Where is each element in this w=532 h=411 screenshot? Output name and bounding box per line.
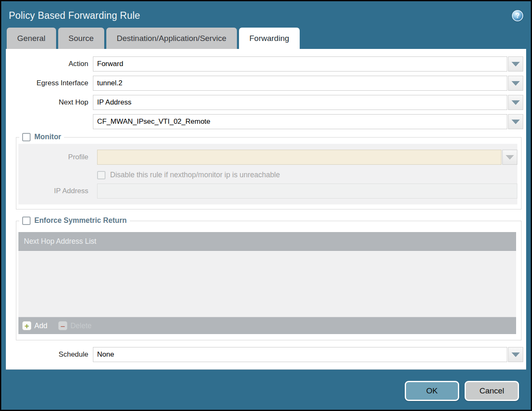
next-hop-address-row — [6, 114, 526, 129]
symmetric-return-fieldset: Enforce Symmetric Return Next Hop Addres… — [16, 221, 522, 340]
symmetric-return-legend-label: Enforce Symmetric Return — [34, 216, 127, 225]
help-icon[interactable]: ? — [512, 10, 523, 21]
pbf-rule-dialog: Policy Based Forwarding Rule ? General S… — [0, 0, 532, 411]
minus-icon: – — [58, 321, 67, 330]
add-button-label: Add — [34, 322, 47, 330]
next-hop-address-table-header-label: Next Hop Address List — [24, 237, 96, 246]
monitor-body: Profile Disable this rule if nexthop/mon… — [18, 144, 517, 204]
tab-source[interactable]: Source — [58, 28, 104, 49]
egress-interface-dropdown-button[interactable] — [508, 76, 523, 91]
egress-interface-label: Egress Interface — [6, 79, 93, 87]
disable-rule-label: Disable this rule if nexthop/monitor ip … — [110, 171, 280, 179]
ok-button[interactable]: OK — [405, 381, 459, 401]
next-hop-address-dropdown-button[interactable] — [508, 114, 523, 129]
next-hop-address-table-footer: + Add – Delete — [18, 317, 516, 334]
cancel-button[interactable]: Cancel — [465, 381, 519, 401]
action-input[interactable] — [93, 56, 507, 71]
forwarding-tab-panel: Action Egress Interface Next Hop — [6, 49, 526, 370]
next-hop-address-input[interactable] — [93, 114, 507, 129]
profile-row: Profile — [18, 150, 517, 165]
symmetric-return-checkbox[interactable] — [22, 217, 31, 225]
chevron-down-icon — [511, 81, 520, 86]
tab-general[interactable]: General — [7, 28, 56, 49]
add-button[interactable]: + Add — [22, 321, 47, 330]
delete-button: – Delete — [58, 321, 92, 330]
symmetric-return-legend: Enforce Symmetric Return — [19, 216, 130, 225]
chevron-down-icon — [511, 352, 520, 357]
chevron-down-icon — [511, 62, 520, 66]
egress-interface-row: Egress Interface — [6, 76, 526, 91]
tab-destination-application-service[interactable]: Destination/Application/Service — [106, 28, 237, 49]
profile-dropdown-button — [502, 150, 517, 165]
monitor-ip-input — [97, 184, 517, 199]
tab-strip: General Source Destination/Application/S… — [7, 28, 531, 49]
disable-rule-checkbox — [97, 171, 105, 179]
next-hop-label: Next Hop — [6, 98, 93, 107]
schedule-dropdown-button[interactable] — [508, 347, 523, 362]
profile-label: Profile — [18, 153, 93, 161]
monitor-legend: Monitor — [19, 133, 64, 141]
plus-icon: + — [22, 321, 31, 330]
schedule-label: Schedule — [6, 350, 93, 359]
tab-forwarding[interactable]: Forwarding — [239, 28, 300, 49]
monitor-legend-label: Monitor — [34, 133, 61, 141]
profile-input — [97, 150, 501, 165]
action-label: Action — [6, 60, 93, 68]
next-hop-address-table: Next Hop Address List + Add – Delete — [18, 232, 516, 334]
monitor-ip-row: IP Address — [18, 184, 517, 199]
monitor-fieldset: Monitor Profile Disable this rule if nex… — [16, 137, 522, 209]
disable-rule-row: Disable this rule if nexthop/monitor ip … — [97, 171, 517, 179]
monitor-ip-label: IP Address — [18, 187, 93, 195]
chevron-down-icon — [511, 120, 520, 124]
dialog-title: Policy Based Forwarding Rule — [9, 10, 512, 21]
next-hop-row: Next Hop — [6, 95, 526, 110]
dialog-titlebar: Policy Based Forwarding Rule ? — [1, 1, 531, 28]
schedule-row: Schedule — [6, 347, 526, 362]
action-dropdown-button[interactable] — [508, 56, 523, 71]
next-hop-type-input[interactable] — [93, 95, 507, 110]
delete-button-label: Delete — [70, 322, 92, 330]
egress-interface-input[interactable] — [93, 76, 507, 91]
chevron-down-icon — [506, 155, 514, 160]
help-glyph: ? — [516, 12, 520, 19]
next-hop-address-table-header: Next Hop Address List — [18, 232, 516, 251]
schedule-input[interactable] — [93, 347, 507, 362]
next-hop-address-table-body[interactable] — [18, 251, 516, 317]
chevron-down-icon — [511, 100, 520, 105]
action-row: Action — [6, 56, 526, 71]
next-hop-type-dropdown-button[interactable] — [508, 95, 523, 110]
monitor-checkbox[interactable] — [22, 133, 31, 141]
dialog-footer: OK Cancel — [1, 370, 531, 401]
